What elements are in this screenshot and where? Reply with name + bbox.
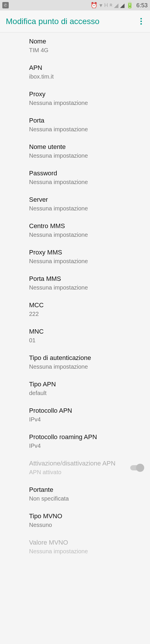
switch-knob [136, 464, 144, 472]
setting-value: Nessuna impostazione [29, 205, 143, 212]
battery-icon: 🔋 [126, 2, 133, 9]
signal-2-icon: ◢ [120, 2, 124, 9]
setting-row: Attivazione/disattivazione APNAPN attiva… [0, 454, 150, 481]
app-bar: Modifica punto di accesso [0, 10, 150, 32]
setting-row[interactable]: MNC01 [0, 323, 150, 349]
setting-row: Valore MVNONessuna impostazione [0, 534, 150, 560]
setting-label: Centro MMS [29, 222, 143, 230]
setting-value: Nessuna impostazione [29, 548, 143, 555]
setting-label: MCC [29, 301, 143, 309]
setting-label: Nome utente [29, 143, 143, 151]
setting-label: Valore MVNO [29, 539, 143, 546]
setting-value: IPv4 [29, 443, 143, 449]
signal-1-icon: ◢ [114, 2, 118, 9]
setting-value: Nessuna impostazione [29, 258, 143, 265]
setting-value: 01 [29, 337, 143, 344]
setting-value: Nessuna impostazione [29, 152, 143, 159]
setting-row[interactable]: Tipo APNdefault [0, 375, 150, 402]
page-title: Modifica punto di accesso [6, 17, 99, 26]
setting-label: Portante [29, 486, 143, 494]
setting-label: Proxy [29, 90, 143, 98]
status-left: ✆ [2, 2, 9, 8]
setting-label: Protocollo roaming APN [29, 433, 143, 441]
setting-label: Nome [29, 38, 143, 45]
setting-row[interactable]: PortanteNon specificata [0, 481, 150, 507]
setting-row[interactable]: Nome utenteNessuna impostazione [0, 138, 150, 164]
setting-label: MNC [29, 328, 143, 335]
setting-row[interactable]: Proxy MMSNessuna impostazione [0, 243, 150, 270]
setting-row[interactable]: Porta MMSNessuna impostazione [0, 270, 150, 296]
setting-value: default [29, 390, 143, 396]
setting-label: Proxy MMS [29, 249, 143, 256]
setting-value: Nessuna impostazione [29, 363, 143, 370]
setting-value: TIM 4G [29, 47, 143, 54]
overflow-menu-button[interactable] [138, 16, 144, 27]
setting-value: Nessuna impostazione [29, 179, 143, 185]
setting-row[interactable]: Centro MMSNessuna impostazione [0, 217, 150, 243]
setting-value: 222 [29, 311, 143, 317]
setting-row[interactable]: PortaNessuna impostazione [0, 112, 150, 138]
setting-label: Attivazione/disattivazione APN [29, 460, 127, 467]
setting-row[interactable]: Tipo di autenticazioneNessuna impostazio… [0, 349, 150, 375]
setting-label: Tipo APN [29, 381, 143, 388]
setting-value: Nessuna impostazione [29, 100, 143, 106]
setting-value: Nessuna impostazione [29, 126, 143, 133]
status-right: ⏰ ▾ H R ◢ ◢ 🔋 6:53 [90, 2, 148, 9]
setting-row[interactable]: APNibox.tim.it [0, 59, 150, 85]
setting-label: Porta MMS [29, 275, 143, 283]
apn-enable-switch [130, 465, 143, 470]
setting-row[interactable]: MCC222 [0, 296, 150, 323]
status-bar: ✆ ⏰ ▾ H R ◢ ◢ 🔋 6:53 [0, 0, 150, 10]
setting-row[interactable]: PasswordNessuna impostazione [0, 164, 150, 191]
setting-label: APN [29, 64, 143, 72]
setting-row[interactable]: ServerNessuna impostazione [0, 191, 150, 217]
status-time: 6:53 [136, 2, 148, 9]
setting-row[interactable]: Protocollo APNIPv4 [0, 402, 150, 428]
setting-value: ibox.tim.it [29, 73, 143, 80]
setting-row[interactable]: NomeTIM 4G [0, 32, 150, 59]
setting-label: Tipo di autenticazione [29, 354, 143, 362]
roaming-icon: R [110, 3, 112, 7]
wifi-icon: ▾ [99, 2, 102, 9]
setting-value: Nessuna impostazione [29, 232, 143, 238]
setting-row[interactable]: Tipo MVNONessuno [0, 507, 150, 534]
setting-label: Server [29, 196, 143, 203]
settings-list: NomeTIM 4GAPNibox.tim.itProxyNessuna imp… [0, 32, 150, 572]
setting-row[interactable]: ProxyNessuna impostazione [0, 85, 150, 112]
phone-icon: ✆ [2, 2, 9, 8]
setting-value: IPv4 [29, 416, 143, 423]
setting-label: Protocollo APN [29, 407, 143, 414]
setting-value: Non specificata [29, 495, 143, 502]
setting-label: Tipo MVNO [29, 512, 143, 520]
setting-label: Password [29, 170, 143, 177]
setting-value: Nessuna impostazione [29, 284, 143, 291]
network-type-icon: H [104, 2, 108, 8]
setting-value: Nessuno [29, 522, 143, 528]
setting-row[interactable]: Protocollo roaming APNIPv4 [0, 428, 150, 454]
alarm-icon: ⏰ [90, 2, 98, 9]
setting-label: Porta [29, 117, 143, 124]
setting-value: APN attivato [29, 469, 127, 476]
